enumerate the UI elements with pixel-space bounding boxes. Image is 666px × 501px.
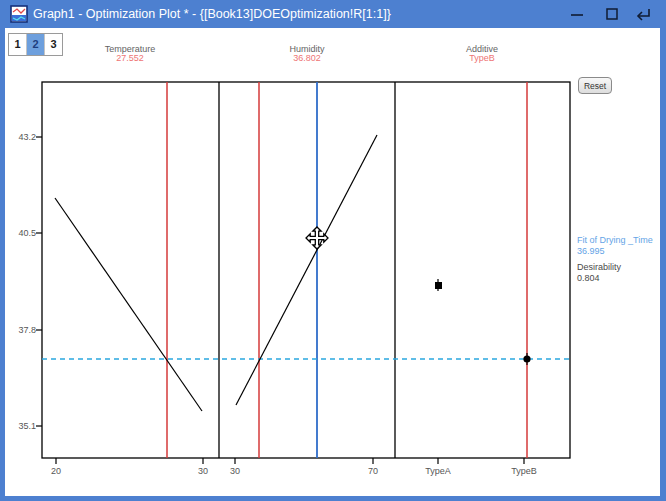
fit-label: Fit of Drying _Time — [577, 235, 663, 245]
optimization-plot — [0, 0, 666, 501]
desirability-label: Desirability — [577, 262, 663, 272]
y-tick-label: 43.2 — [6, 132, 36, 142]
desirability-value: 0.804 — [577, 273, 663, 283]
plot-overlay: 1 2 3 Temperature 27.552 Humidity 36.802… — [0, 0, 666, 501]
x-tick-label: 70 — [351, 466, 395, 476]
x-tick-label: TypeB — [502, 466, 546, 476]
origin-graph-window: Graph1 - Optimization Plot * - {[Book13]… — [0, 0, 666, 501]
x-tick-label: 30 — [213, 466, 257, 476]
fit-value: 36.995 — [577, 246, 663, 256]
x-tick-label: 20 — [34, 466, 78, 476]
y-tick-label: 35.1 — [6, 421, 36, 431]
y-tick-label: 40.5 — [6, 228, 36, 238]
x-tick-label: TypeA — [416, 466, 460, 476]
y-tick-label: 37.8 — [6, 325, 36, 335]
